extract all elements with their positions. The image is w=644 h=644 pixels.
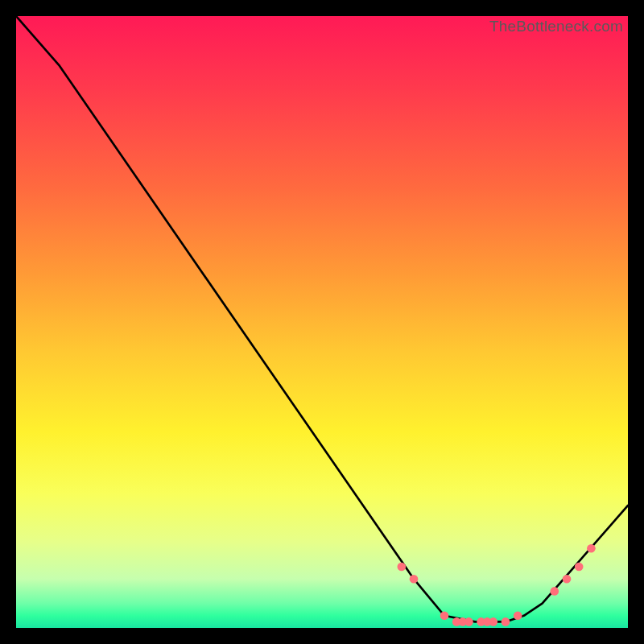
marker-dot: [397, 563, 406, 572]
marker-dot: [575, 563, 584, 572]
chart-svg: [16, 16, 628, 628]
marker-dot: [514, 611, 522, 620]
marker-dot: [550, 587, 559, 596]
marker-dot: [440, 611, 449, 620]
chart-plot-area: TheBottleneck.com: [16, 16, 628, 628]
marker-group: [397, 544, 595, 626]
marker-dot: [464, 617, 473, 626]
marker-dot: [502, 617, 510, 626]
marker-dot: [563, 575, 572, 584]
marker-dot: [489, 617, 497, 626]
bottleneck-curve-path: [16, 16, 628, 621]
marker-dot: [587, 544, 596, 553]
chart-frame: TheBottleneck.com: [0, 0, 644, 644]
marker-dot: [410, 575, 419, 584]
